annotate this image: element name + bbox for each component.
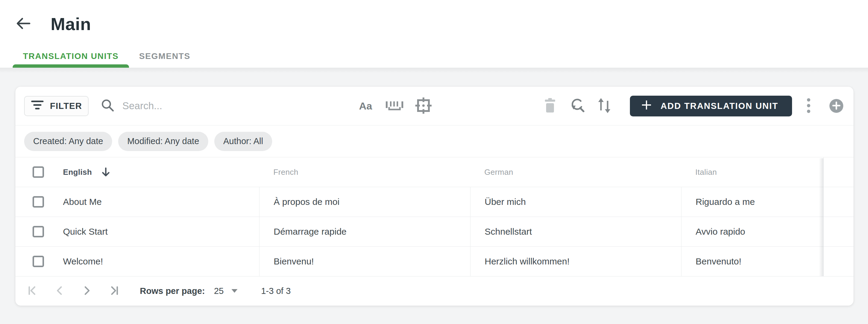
row-checkbox[interactable] [33, 256, 44, 267]
filter-button-label: FILTER [50, 101, 82, 111]
sort-arrows-icon [596, 97, 612, 115]
cell-german: Herzlich willkommen! [470, 247, 681, 276]
filter-button[interactable]: FILTER [24, 96, 89, 116]
whole-word-button[interactable] [384, 95, 405, 116]
filter-chip-created[interactable]: Created: Any date [24, 132, 112, 151]
tab-segments[interactable]: SEGMENTS [129, 44, 201, 68]
row-checkbox[interactable] [33, 226, 44, 237]
cell-french: Démarrage rapide [259, 217, 470, 246]
table-header-german[interactable]: German [470, 157, 681, 187]
rows-per-page-select[interactable]: 25 [214, 286, 238, 296]
whole-word-icon [385, 99, 404, 113]
filter-chip-modified[interactable]: Modified: Any date [118, 132, 208, 151]
search-input[interactable] [122, 100, 327, 112]
tab-label: TRANSLATION UNITS [23, 51, 119, 61]
cell-french: Bienvenu! [259, 247, 470, 276]
filter-chips-row: Created: Any date Modified: Any date Aut… [16, 125, 854, 157]
last-page-button[interactable] [105, 283, 122, 299]
arrow-left-icon [15, 15, 32, 33]
kebab-menu-icon [807, 98, 811, 114]
next-page-button[interactable] [79, 283, 95, 299]
dropdown-caret-icon [231, 289, 238, 293]
chevron-right-icon [81, 284, 93, 298]
tab-bar: TRANSLATION UNITS SEGMENTS [0, 44, 868, 68]
chevron-left-icon [53, 284, 66, 298]
cell-english: Welcome! [16, 247, 259, 276]
cell-italian: Avvio rapido [681, 217, 824, 246]
translation-units-card: FILTER Aa [16, 87, 854, 305]
pinned-end-column [824, 157, 854, 187]
table-row[interactable]: About Me À propos de moi Über mich Rigua… [16, 187, 854, 217]
selection-frame-icon [415, 97, 432, 115]
filter-chip-author[interactable]: Author: All [214, 132, 272, 151]
cell-german: Über mich [470, 187, 681, 217]
cell-italian: Riguardo a me [681, 187, 824, 217]
cell-text: About Me [63, 197, 101, 207]
cell-english: About Me [16, 187, 259, 217]
first-page-icon [26, 284, 39, 298]
table-row[interactable]: Welcome! Bienvenu! Herzlich willkommen! … [16, 246, 854, 276]
pinned-end-column [824, 187, 854, 217]
previous-page-button[interactable] [51, 283, 68, 299]
trash-icon [544, 98, 556, 114]
page-title: Main [51, 14, 91, 34]
last-page-icon [107, 284, 120, 298]
table-header-row: English French German Italian [16, 157, 854, 187]
cell-italian: Benvenuto! [681, 247, 824, 276]
pagination-range: 1-3 of 3 [261, 286, 290, 296]
table-row[interactable]: Quick Start Démarrage rapide Schnellstar… [16, 217, 854, 246]
match-case-button[interactable]: Aa [355, 95, 376, 116]
more-options-button[interactable] [798, 95, 819, 116]
cell-english: Quick Start [16, 217, 259, 246]
cell-french: À propos de moi [259, 187, 470, 217]
selection-frame-button[interactable] [413, 95, 434, 116]
filter-icon [31, 99, 44, 113]
sort-button[interactable] [594, 95, 615, 116]
tab-translation-units[interactable]: TRANSLATION UNITS [13, 44, 129, 68]
first-page-button[interactable] [24, 283, 41, 299]
plus-circle-icon [832, 101, 841, 111]
toolbar: FILTER Aa [16, 87, 854, 125]
column-label[interactable]: English [63, 168, 92, 177]
pinned-end-column [824, 217, 854, 246]
rows-per-page-value: 25 [214, 286, 224, 296]
row-checkbox[interactable] [33, 196, 44, 208]
table-header-french[interactable]: French [259, 157, 470, 187]
page-header: Main [0, 0, 868, 44]
add-circle-button[interactable] [830, 99, 843, 113]
add-button-label: ADD TRANSLATION UNIT [661, 101, 778, 111]
delete-button[interactable] [539, 95, 561, 116]
content-background: FILTER Aa [0, 68, 868, 324]
select-all-checkbox[interactable] [33, 166, 44, 178]
rows-per-page-label: Rows per page: [140, 286, 205, 296]
back-button[interactable] [14, 14, 33, 33]
cell-text: Quick Start [63, 226, 107, 237]
find-replace-button[interactable] [567, 95, 588, 116]
plus-icon [641, 99, 652, 113]
find-replace-icon [569, 98, 585, 115]
table-header-english: English [16, 157, 259, 187]
add-translation-unit-button[interactable]: ADD TRANSLATION UNIT [630, 96, 792, 116]
sort-descending-icon[interactable] [101, 167, 111, 177]
cell-text: Welcome! [63, 256, 103, 266]
search-box [101, 95, 327, 116]
table-header-italian[interactable]: Italian [681, 157, 824, 187]
page: Main TRANSLATION UNITS SEGMENTS FILTER [0, 0, 868, 324]
cell-german: Schnellstart [470, 217, 681, 246]
pinned-end-column [824, 247, 854, 276]
tab-label: SEGMENTS [139, 51, 190, 61]
search-icon [101, 98, 115, 113]
pagination-bar: Rows per page: 25 1-3 of 3 [16, 276, 854, 305]
